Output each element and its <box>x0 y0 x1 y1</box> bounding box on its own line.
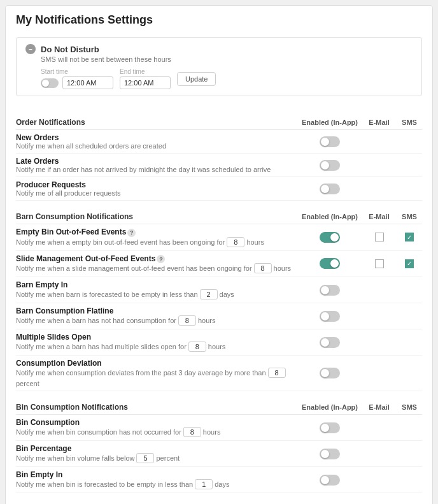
dnd-header: – Do Not Disturb <box>25 44 413 54</box>
inline-input-bin-1[interactable] <box>136 453 154 463</box>
notif-row-title-order-0: New Orders <box>16 133 298 142</box>
inline-input-barn-2[interactable] <box>200 289 218 299</box>
toggle-bin-0[interactable] <box>320 422 340 433</box>
dnd-update-button[interactable]: Update <box>177 72 216 86</box>
ctrl-enabled-barn-5 <box>298 368 362 378</box>
notif-row-info-barn-0: Empty Bin Out-of-Feed Events?Notify me w… <box>16 227 298 247</box>
page-container: My Notifications Settings – Do Not Distu… <box>5 5 433 504</box>
checkbox-sms-barn-1[interactable]: ✓ <box>405 259 414 268</box>
col-sms-barn: SMS <box>397 213 422 220</box>
col-enabled-barn: Enabled (In-App) <box>298 213 362 220</box>
notif-row-barn-3: Barn Consumption FlatlineNotify me when … <box>16 303 422 329</box>
notif-row-desc-barn-2: Notify me when barn is forecasted to be … <box>16 289 298 299</box>
desc-suffix-barn-0: hours <box>246 238 264 246</box>
notif-row-controls-barn-2 <box>298 285 422 296</box>
desc-suffix-barn-5: percent <box>16 380 39 387</box>
help-icon-barn-0[interactable]: ? <box>127 229 136 237</box>
dnd-start-row <box>41 76 113 89</box>
desc-prefix-barn-2: Notify me when barn is forecasted to be … <box>16 291 198 298</box>
toggle-bin-2[interactable] <box>320 475 340 486</box>
notif-row-controls-barn-1: ✓ <box>298 258 422 269</box>
section-header-barn: Barn Consumption NotificationsEnabled (I… <box>16 208 422 224</box>
dnd-subtitle: SMS will not be sent between these hours <box>41 55 413 63</box>
toggle-barn-0[interactable] <box>320 232 340 243</box>
notif-row-desc-bin-2: Notify me when bin is forecasted to be e… <box>16 479 298 489</box>
inline-input-barn-0[interactable] <box>227 237 244 247</box>
toggle-barn-1[interactable] <box>320 258 340 269</box>
ctrl-enabled-barn-1 <box>298 258 362 269</box>
sections-container: Order NotificationsEnabled (In-App)E-Mai… <box>16 106 422 504</box>
toggle-barn-5[interactable] <box>320 368 340 378</box>
notif-row-controls-order-2 <box>298 184 422 194</box>
inline-input-bin-0[interactable] <box>183 427 201 437</box>
inline-input-barn-1[interactable] <box>254 263 272 273</box>
col-enabled-order: Enabled (In-App) <box>298 119 362 126</box>
toggle-barn-4[interactable] <box>320 337 340 348</box>
toggle-order-0[interactable] <box>320 136 340 147</box>
page-title: My Notifications Settings <box>16 13 422 27</box>
notif-row-info-bin-2: Bin Empty InNotify me when bin is foreca… <box>16 470 298 489</box>
toggle-order-1[interactable] <box>320 160 340 171</box>
ctrl-sms-barn-0: ✓ <box>397 233 422 241</box>
desc-suffix-barn-4: hours <box>208 343 226 350</box>
desc-prefix-barn-3: Notify me when a barn has not had consum… <box>16 317 176 324</box>
dnd-inputs: Start time End time Update <box>41 68 413 89</box>
checkbox-sms-barn-0[interactable]: ✓ <box>405 233 414 241</box>
notif-row-title-bin-0: Bin Consumption <box>16 418 298 427</box>
checkbox-email-barn-0[interactable] <box>375 233 384 241</box>
col-sms-bin: SMS <box>397 403 422 411</box>
dnd-icon: – <box>25 44 36 54</box>
desc-suffix-bin-0: hours <box>203 428 221 436</box>
section-cols-order: Enabled (In-App)E-MailSMS <box>298 119 422 126</box>
inline-input-barn-5[interactable] <box>268 368 286 378</box>
dnd-title: Do Not Disturb <box>41 45 99 54</box>
notif-row-info-barn-4: Multiple Slides OpenNotify me when a bar… <box>16 333 298 352</box>
notif-row-barn-0: Empty Bin Out-of-Feed Events?Notify me w… <box>16 224 422 251</box>
dnd-end-input[interactable] <box>120 76 171 89</box>
dnd-end-label: End time <box>120 68 145 75</box>
toggle-bin-1[interactable] <box>320 449 340 459</box>
desc-prefix-barn-4: Notify me when a barn has had multiple s… <box>16 343 187 350</box>
ctrl-enabled-bin-0 <box>298 422 362 433</box>
inline-input-bin-2[interactable] <box>195 479 213 489</box>
notif-row-desc-barn-1: Notify me when a slide management out-of… <box>16 263 298 273</box>
notif-row-desc-order-0: Notify me when all scheduled orders are … <box>16 142 298 150</box>
help-icon-barn-1[interactable]: ? <box>157 255 165 263</box>
notif-row-desc-order-1: Notify me if an order has not arrived by… <box>16 166 298 173</box>
notif-row-title-order-1: Late Orders <box>16 157 298 166</box>
desc-suffix-bin-2: days <box>215 480 229 488</box>
desc-prefix-bin-1: Notify me when bin volume falls below <box>16 454 134 462</box>
col-email-bin: E-Mail <box>362 403 397 411</box>
desc-suffix-barn-3: hours <box>198 317 216 324</box>
ctrl-email-barn-1 <box>362 259 397 268</box>
desc-suffix-barn-2: days <box>220 291 234 298</box>
ctrl-enabled-barn-2 <box>298 285 362 296</box>
checkbox-email-barn-1[interactable] <box>375 259 384 268</box>
notif-row-order-1: Late OrdersNotify me if an order has not… <box>16 154 422 177</box>
notif-row-controls-barn-0: ✓ <box>298 232 422 243</box>
toggle-order-2[interactable] <box>320 184 340 194</box>
section-header-order: Order NotificationsEnabled (In-App)E-Mai… <box>16 114 422 130</box>
notif-row-info-bin-1: Bin PercentageNotify me when bin volume … <box>16 444 298 463</box>
notif-row-desc-bin-0: Notify me when bin consumption has not o… <box>16 427 298 437</box>
notif-row-info-barn-2: Barn Empty InNotify me when barn is fore… <box>16 280 298 299</box>
dnd-end-group: End time <box>120 68 171 89</box>
section-cols-bin: Enabled (In-App)E-MailSMS <box>298 403 422 411</box>
inline-input-barn-3[interactable] <box>178 315 196 326</box>
toggle-barn-3[interactable] <box>320 311 340 322</box>
inline-input-barn-4[interactable] <box>188 342 206 352</box>
section-cols-barn: Enabled (In-App)E-MailSMS <box>298 213 422 220</box>
notif-row-title-bin-1: Bin Percentage <box>16 444 298 453</box>
dnd-start-input[interactable] <box>62 76 113 89</box>
dnd-toggle[interactable] <box>41 78 59 88</box>
desc-prefix-barn-0: Notify me when a empty bin out-of-feed e… <box>16 238 225 246</box>
notif-row-controls-barn-4 <box>298 337 422 348</box>
notif-row-desc-barn-4: Notify me when a barn has had multiple s… <box>16 342 298 352</box>
col-email-order: E-Mail <box>362 119 397 126</box>
notif-row-order-2: Producer RequestsNotify me of all produc… <box>16 177 422 201</box>
toggle-barn-2[interactable] <box>320 285 340 296</box>
notif-row-info-bin-0: Bin ConsumptionNotify me when bin consum… <box>16 418 298 437</box>
notif-row-title-bin-2: Bin Empty In <box>16 470 298 479</box>
notif-row-bin-0: Bin ConsumptionNotify me when bin consum… <box>16 415 422 441</box>
col-enabled-bin: Enabled (In-App) <box>298 403 362 411</box>
